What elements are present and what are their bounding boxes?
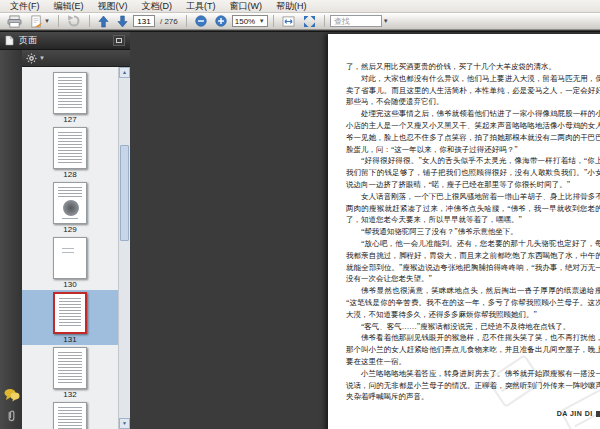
page-number-input[interactable] <box>133 15 155 27</box>
pages-panel-title: 页面 <box>19 34 108 47</box>
thumbnail-page-127[interactable]: 127 <box>22 70 118 125</box>
toolbar-separator <box>273 15 274 27</box>
menu-edit[interactable]: 编辑(E) <box>47 0 91 12</box>
thumbnail-preview <box>53 347 87 389</box>
previous-view-button[interactable] <box>64 14 84 29</box>
comments-tab[interactable] <box>3 386 20 403</box>
thumbnail-page-133[interactable]: 133 <box>22 400 118 429</box>
thumbnail-preview <box>53 292 87 334</box>
menu-bar: 文件(F) 编辑(E) 视图(V) 文档(D) 工具(T) 窗口(W) 帮助(H… <box>0 0 600 13</box>
paragraph: “客气、客气……”瘦猴话都没说完，已经迫不及待地在点钱了。 <box>346 321 600 333</box>
navigation-tabstrip <box>0 50 22 429</box>
thumbnail-page-131-selected[interactable]: 131 <box>22 290 118 345</box>
pages-panel-header: 页面 <box>0 32 130 50</box>
paragraph: 佛爷显然也很满意，笑眯眯地点头，然后掏出一沓子厚厚的纸票递给瘦猴：“这笔钱是你的… <box>346 285 600 320</box>
thumbnail-number: 128 <box>63 170 76 179</box>
previous-page-icon <box>98 15 109 28</box>
paragraph: “放心吧，他一会儿准能到。还有，您老要的那十几头骆驼也定好了，每一头我都亲自挑过… <box>346 238 600 285</box>
scroll-down-icon[interactable]: ▼ <box>119 418 130 429</box>
zoom-level-value: 150% <box>235 17 255 26</box>
paragraph: “好得很好得很。”女人的舌头似乎不太灵光，像海带一样打着结，“你上次给我们留下的… <box>346 155 600 190</box>
toolbar-separator <box>324 15 325 27</box>
toolbar-separator <box>186 15 187 27</box>
document-pane[interactable]: 了，然后又用比买酒更贵的价钱，买了十几个大羊皮袋的清水。 对此，大家也都没有什么… <box>130 32 600 429</box>
page-total-label: / 276 <box>157 17 181 26</box>
thumbnail-scrollbar[interactable]: ▲ ▼ <box>118 67 130 429</box>
menu-view[interactable]: 视图(V) <box>91 0 135 12</box>
toolbar-separator <box>58 15 59 27</box>
thumbnail-options-bar: ▼ <box>22 50 130 67</box>
thumbnail-list: 127 128 129 130 131 <box>22 67 118 429</box>
paperclip-icon <box>5 409 18 422</box>
thumbnail-page-128[interactable]: 128 <box>22 125 118 180</box>
paragraph: 佛爷看着他那副见钱眼开的猴急样，忍不住摇头笑了笑，也不再打扰他，招呼那个叫小兰的… <box>346 332 600 367</box>
thumbnail-page-132[interactable]: 132 <box>22 345 118 400</box>
previous-view-icon <box>67 14 81 28</box>
fit-width-icon <box>282 16 295 27</box>
fullscreen-button[interactable] <box>300 14 319 29</box>
fit-width-button[interactable] <box>279 14 298 29</box>
attachments-tab[interactable] <box>3 407 20 424</box>
pdf-reader-window: 文件(F) 编辑(E) 视图(V) 文档(D) 工具(T) 窗口(W) 帮助(H… <box>0 0 600 429</box>
find-input[interactable] <box>330 15 382 27</box>
thumbnail-preview <box>53 127 87 169</box>
panel-collapse-icon <box>116 38 122 43</box>
zoom-out-icon <box>195 15 207 27</box>
options-caret-icon[interactable]: ▼ <box>39 55 45 61</box>
thumbnail-page-130[interactable]: 130 <box>22 235 118 290</box>
toolbar-separator <box>89 15 90 27</box>
thumbnail-number: 127 <box>63 115 76 124</box>
zoom-in-button[interactable] <box>212 14 230 29</box>
thumbnail-preview <box>53 182 87 224</box>
scrollbar-thumb[interactable] <box>120 145 129 241</box>
paragraph: 了，然后又用比买酒更贵的价钱，买了十几个大羊皮袋的清水。 <box>346 61 600 73</box>
next-page-button[interactable] <box>114 14 131 29</box>
thumbnail-number: 131 <box>63 335 76 344</box>
paragraph: “帮我通知骆驼阿三了没有？”佛爷示意他坐下。 <box>346 226 600 238</box>
comments-icon <box>4 388 20 402</box>
zoom-in-icon <box>215 15 227 27</box>
toolbar: ▼ / 276 150% ▼ <box>0 13 600 30</box>
thumbnail-number: 130 <box>63 280 76 289</box>
zoom-caret-icon: ▼ <box>259 18 265 24</box>
thumbnail-preview <box>53 72 87 114</box>
menu-tools[interactable]: 工具(T) <box>179 0 223 12</box>
menu-window[interactable]: 窗口(W) <box>223 0 270 12</box>
paragraph: 对此，大家也都没有什么异议，他们马上要进入大漠，留着马匹无用，倒不如卖了省事儿。… <box>346 73 600 108</box>
paragraph: 小兰咯咯咯地笑着答应，转身进厨房去了。佛爷就开始跟瘦猴有一搭没一搭地说话，问的无… <box>346 368 600 403</box>
fullscreen-icon <box>303 15 316 28</box>
print-icon <box>7 15 22 28</box>
paragraph: 处理完这些事情之后，佛爷就领着他们钻进了一家小得像鸡屁股一样的小店。小店的主人是… <box>346 108 600 155</box>
thumbnail-number: 129 <box>63 225 76 234</box>
menu-help[interactable]: 帮助(H) <box>269 0 314 12</box>
scroll-up-icon[interactable]: ▲ <box>119 67 130 78</box>
page-text: 了，然后又用比买酒更贵的价钱，买了十几个大羊皮袋的清水。 对此，大家也都没有什么… <box>346 61 600 403</box>
thumbnail-number: 132 <box>63 390 76 399</box>
export-button[interactable]: ▼ <box>27 14 53 29</box>
zoom-level-select[interactable]: 150% ▼ <box>232 15 268 27</box>
thumbnail-preview <box>53 402 87 429</box>
content-area: 页面 ▼ 127 <box>0 31 600 429</box>
previous-page-button[interactable] <box>95 14 112 29</box>
export-icon <box>30 15 43 28</box>
next-page-icon <box>117 15 128 28</box>
thumbnail-page-129[interactable]: 129 <box>22 180 118 235</box>
pages-icon <box>5 35 14 46</box>
options-gear-icon[interactable] <box>26 53 37 64</box>
thumbnail-preview <box>53 237 87 279</box>
find-caret-icon[interactable]: ▼ <box>383 18 389 24</box>
paragraph: 女人话音刚落，一个下巴上很风骚地留着一绺山羊胡子、身上比排骨多不出四两肉的瘦猴就… <box>346 191 600 226</box>
export-caret-icon: ▼ <box>44 18 50 24</box>
zoom-out-button[interactable] <box>192 14 210 29</box>
pages-thumbnail-panel: ▼ 127 128 129 130 <box>22 50 130 429</box>
print-button[interactable] <box>4 14 25 29</box>
panel-collapse-button[interactable] <box>113 35 125 46</box>
menu-file[interactable]: 文件(F) <box>3 0 47 12</box>
menu-document[interactable]: 文档(D) <box>135 0 180 12</box>
document-page: 了，然后又用比买酒更贵的价钱，买了十几个大羊皮袋的清水。 对此，大家也都没有什么… <box>328 34 600 429</box>
